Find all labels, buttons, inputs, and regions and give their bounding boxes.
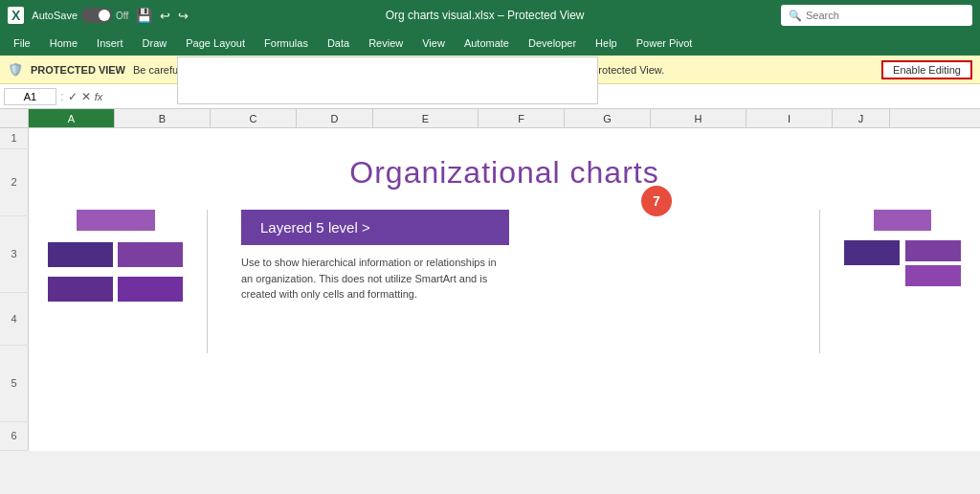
tab-data[interactable]: Data — [318, 34, 359, 53]
row-num-2: 2 — [0, 149, 29, 215]
org-charts-title: Organizational charts — [349, 146, 658, 190]
save-icon[interactable]: 💾 — [136, 8, 152, 23]
org-row-mid — [48, 242, 183, 267]
org-box-mid-right — [118, 242, 183, 267]
tab-review[interactable]: Review — [359, 34, 412, 53]
org-row-bot — [48, 277, 183, 302]
tab-draw[interactable]: Draw — [133, 34, 177, 53]
protected-view-label: PROTECTED VIEW — [31, 64, 125, 76]
row-num-header — [0, 109, 29, 127]
chart-divider-left — [207, 210, 208, 353]
org-box-top — [77, 210, 155, 231]
spreadsheet-content: Organizational charts — [29, 128, 980, 451]
col-header-c[interactable]: C — [211, 109, 297, 127]
formula-bar: A1 : ✓ ✕ fx — [0, 84, 980, 109]
row-num-6: 6 — [0, 422, 29, 450]
col-header-j[interactable]: J — [833, 109, 890, 127]
col-header-e[interactable]: E — [373, 109, 479, 127]
grid-body: 1 2 3 4 5 — [0, 128, 980, 451]
org-box-mid-left — [48, 242, 113, 267]
toggle-state-label: Off — [116, 11, 128, 21]
formula-display-area — [177, 56, 598, 104]
org-chart-right — [844, 200, 961, 296]
org-box-bot-right — [118, 277, 183, 302]
col-header-a[interactable]: A — [29, 109, 115, 127]
toggle-knob — [99, 10, 110, 21]
window-title: Org charts visual.xlsx – Protected View — [196, 9, 773, 22]
search-box[interactable]: 🔍 — [781, 5, 972, 26]
charts-area: Layered 5 level > Use to show hierarchic… — [29, 191, 980, 372]
right-box-mid-left — [844, 240, 900, 265]
step-7-badge: 7 — [641, 186, 672, 216]
row-num-3: 3 — [0, 216, 29, 292]
col-header-d[interactable]: D — [297, 109, 373, 127]
chart-description: Layered 5 level > Use to show hierarchic… — [232, 200, 795, 312]
app-icon: X — [8, 7, 24, 24]
redo-icon[interactable]: ↪ — [178, 9, 189, 23]
chart-divider-right — [819, 210, 820, 353]
right-stack — [905, 240, 961, 286]
ribbon-tabs: File Home Insert Draw Page Layout Formul… — [0, 31, 980, 56]
enable-editing-button[interactable]: Enable Editing — [881, 60, 972, 79]
col-header-i[interactable]: I — [746, 109, 833, 127]
tab-file[interactable]: File — [4, 34, 40, 53]
row-num-5: 5 — [0, 346, 29, 421]
tab-view[interactable]: View — [412, 34, 455, 53]
title-bar: X AutoSave Off 💾 ↩ ↪ Org charts visual.x… — [0, 0, 980, 31]
col-header-b[interactable]: B — [115, 109, 211, 127]
search-input[interactable] — [806, 10, 965, 21]
tab-help[interactable]: Help — [586, 34, 627, 53]
col-header-h[interactable]: H — [651, 109, 746, 127]
formula-sep: : — [60, 89, 64, 103]
right-top-row — [874, 210, 931, 231]
layered-btn[interactable]: Layered 5 level > — [241, 210, 509, 245]
title-right: 🔍 — [781, 5, 972, 26]
right-box-mid-top — [905, 240, 961, 261]
fx-label: fx — [95, 91, 103, 102]
row-num-4: 4 — [0, 293, 29, 345]
undo-icon[interactable]: ↩ — [160, 9, 170, 23]
chart-description-text: Use to show hierarchical information or … — [241, 255, 500, 303]
col-header-f[interactable]: F — [479, 109, 565, 127]
tab-insert[interactable]: Insert — [87, 34, 133, 53]
right-box-top — [874, 210, 931, 231]
tab-developer[interactable]: Developer — [519, 34, 586, 53]
tab-page-layout[interactable]: Page Layout — [176, 34, 255, 53]
org-box-bot-left — [48, 277, 113, 302]
tab-home[interactable]: Home — [40, 34, 87, 53]
cancel-icon: ✕ — [81, 90, 91, 103]
cell-reference-box[interactable]: A1 — [4, 88, 56, 105]
autosave-area: AutoSave Off — [32, 8, 128, 23]
org-chart-left — [48, 200, 183, 311]
autosave-label: AutoSave — [32, 10, 78, 21]
row-num-1: 1 — [0, 128, 29, 148]
shield-icon: 🛡️ — [8, 62, 23, 77]
tab-power-pivot[interactable]: Power Pivot — [627, 34, 702, 53]
autosave-toggle[interactable] — [81, 8, 112, 23]
col-header-g[interactable]: G — [565, 109, 651, 127]
tab-automate[interactable]: Automate — [455, 34, 519, 53]
column-headers: A B C D E F G H I J — [0, 109, 980, 128]
right-box-mid-bot — [905, 265, 961, 286]
spreadsheet-container: A B C D E F G H I J 1 2 — [0, 109, 980, 451]
right-mid-row — [844, 240, 961, 286]
checkmark-icon: ✓ — [68, 90, 78, 103]
tab-formulas[interactable]: Formulas — [255, 34, 318, 53]
search-icon: 🔍 — [789, 10, 802, 22]
